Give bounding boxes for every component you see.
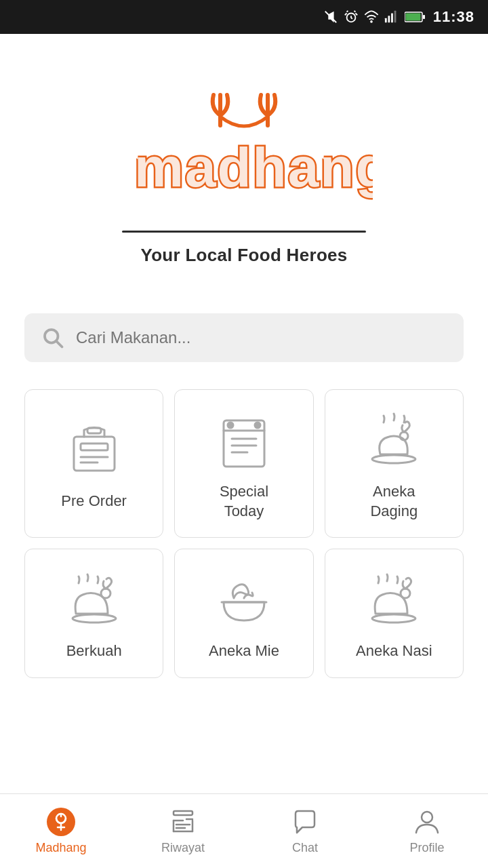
logo-section: madhang madhang madhang Your Local Food … (115, 88, 373, 266)
profile-icon (412, 807, 442, 837)
main-content: madhang madhang madhang Your Local Food … (0, 34, 488, 834)
aneka-daging-icon (363, 410, 424, 471)
search-input[interactable] (76, 328, 447, 347)
nav-profile-label: Profile (409, 841, 444, 855)
wifi-icon (364, 9, 379, 24)
svg-line-0 (325, 12, 336, 23)
nav-chat-label: Chat (292, 841, 318, 855)
logo-divider (122, 231, 366, 233)
search-container (24, 313, 464, 362)
svg-point-31 (73, 614, 116, 623)
svg-point-32 (101, 589, 110, 598)
category-aneka-daging-label: AnekaDaging (370, 482, 418, 521)
svg-point-35 (401, 589, 410, 598)
search-bar[interactable] (24, 313, 464, 362)
svg-rect-18 (81, 443, 108, 450)
time-display: 11:38 (433, 8, 474, 26)
category-aneka-daging[interactable]: AnekaDaging (325, 389, 464, 538)
category-special-today-label: SpecialToday (220, 482, 268, 521)
berkuah-icon (64, 570, 125, 631)
svg-rect-17 (74, 437, 115, 471)
category-aneka-nasi-label: Aneka Nasi (356, 642, 432, 661)
special-today-icon (214, 410, 274, 471)
status-icons (323, 9, 425, 24)
svg-text:madhang: madhang (134, 136, 373, 198)
aneka-mie-icon (214, 570, 274, 631)
tagline: Your Local Food Heroes (140, 245, 347, 266)
svg-point-27 (228, 422, 233, 428)
category-grid: Pre Order SpecialToday (24, 382, 464, 685)
svg-rect-4 (388, 16, 390, 22)
nav-madhang-label: Madhang (35, 841, 86, 855)
nav-riwayat[interactable]: Riwayat (122, 794, 244, 868)
svg-rect-5 (391, 14, 393, 23)
svg-point-48 (422, 812, 432, 823)
battery-icon (405, 11, 425, 23)
category-aneka-nasi[interactable]: Aneka Nasi (325, 549, 464, 678)
alarm-icon (344, 9, 359, 24)
svg-rect-8 (405, 14, 420, 21)
svg-rect-6 (394, 11, 396, 22)
nav-chat[interactable]: Chat (244, 794, 366, 868)
nav-riwayat-label: Riwayat (161, 841, 205, 855)
svg-rect-3 (385, 18, 387, 22)
bottom-nav: Madhang Riwayat Chat Profile (0, 793, 488, 868)
category-berkuah-label: Berkuah (66, 642, 122, 661)
svg-point-29 (372, 455, 415, 463)
svg-point-34 (372, 614, 415, 623)
chat-icon (290, 807, 320, 837)
category-special-today[interactable]: SpecialToday (174, 389, 313, 538)
app-logo: madhang madhang madhang (115, 88, 373, 224)
svg-point-2 (371, 21, 372, 22)
svg-point-36 (47, 808, 75, 836)
nav-profile[interactable]: Profile (366, 794, 488, 868)
aneka-nasi-icon (363, 570, 424, 631)
svg-rect-41 (174, 811, 192, 815)
category-pre-order[interactable]: Pre Order (24, 389, 163, 538)
search-icon (41, 326, 65, 350)
svg-rect-21 (87, 428, 101, 433)
nav-madhang[interactable]: Madhang (0, 794, 122, 868)
svg-point-28 (255, 422, 260, 428)
category-berkuah[interactable]: Berkuah (24, 549, 163, 678)
svg-line-16 (56, 341, 62, 347)
pre-order-icon (64, 420, 125, 481)
svg-rect-9 (423, 15, 425, 19)
status-bar: 11:38 (0, 0, 488, 34)
category-aneka-mie[interactable]: Aneka Mie (174, 549, 313, 678)
mute-icon (323, 9, 338, 24)
history-icon (168, 807, 198, 837)
category-aneka-mie-label: Aneka Mie (209, 642, 279, 661)
signal-icon (384, 9, 399, 24)
category-pre-order-label: Pre Order (61, 492, 127, 511)
home-food-icon (46, 807, 76, 837)
